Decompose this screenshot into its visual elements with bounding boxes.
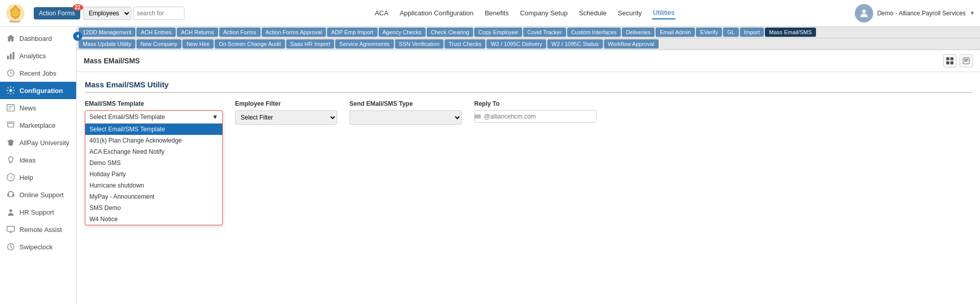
send-type-select[interactable] [349,110,462,125]
search-type-select[interactable]: Employees [83,7,131,20]
document-view-button[interactable] [960,54,973,67]
util-btn-new-hire[interactable]: New Hire [182,39,214,49]
send-type-label: Send EMail/SMS Type [349,100,462,107]
action-forms-button[interactable]: Action Forms 22 [34,7,80,19]
sidebar: Dashboard Analytics Recent Jobs Configur… [0,27,77,304]
util-btn-adp-emp-import[interactable]: ADP Emp Import [327,28,377,37]
util-btn-12dd[interactable]: 12DD Management [79,28,135,37]
util-btn-action-forms-approval[interactable]: Action Forms Approval [262,28,326,37]
sidebar-label-analytics: Analytics [19,52,46,60]
util-btn-w2-delivery[interactable]: W2 / 1095C Delivery [486,39,546,49]
util-btn-custom-interfaces[interactable]: Custom Interfaces [567,28,621,37]
sidebar-collapse-button[interactable] [73,32,82,41]
avatar-icon [858,8,870,19]
template-selected-text: Select Email/SMS Template [89,113,165,121]
util-btn-workflow-approval[interactable]: Workflow Approval [604,39,659,49]
chart-icon [6,51,15,60]
template-option-4[interactable]: Holiday Party [85,169,222,180]
template-selected-option[interactable]: Select Email/SMS Template ▼ [85,111,222,124]
sidebar-item-analytics[interactable]: Analytics [0,47,76,64]
svg-point-18 [9,209,12,212]
nav-app-config[interactable]: Application Configuration [399,7,475,19]
sidebar-item-dashboard[interactable]: Dashboard [0,30,76,47]
template-option-6[interactable]: MyPay - Announcement [85,191,222,202]
util-btn-w2-status[interactable]: W2 / 1095C Status [547,39,602,49]
util-btn-new-company[interactable]: New Company [136,39,181,49]
util-btn-check-clearing[interactable]: Check Clearing [427,28,473,37]
template-wrapper: Select Email/SMS Template ▼ Select Email… [85,110,223,225]
sidebar-item-online-support[interactable]: Online Support [0,186,76,203]
util-btn-saas-hr-import[interactable]: Saas HR Import [286,39,334,49]
sidebar-item-configuration[interactable]: Configuration [0,82,76,99]
document-icon [963,57,970,64]
nav-utilities[interactable]: Utilities [652,7,675,19]
util-btn-agency-checks[interactable]: Agency Checks [379,28,426,37]
util-btn-email-admin[interactable]: Email Admin [656,28,695,37]
sidebar-item-hr-support[interactable]: HR Support [0,203,76,221]
sidebar-item-news[interactable]: News [0,99,76,116]
util-btn-deliveries[interactable]: Deliveries [622,28,655,37]
nav-schedule[interactable]: Schedule [578,7,608,19]
headset-icon [6,190,15,199]
template-option-5[interactable]: Hurricane shutdown [85,180,222,191]
person-icon [6,207,15,217]
util-btn-ach-returns[interactable]: ACH Returns [177,28,218,37]
template-option-0[interactable]: Select Email/SMS Template [85,124,222,135]
alliance-logo: Alliance [5,3,26,24]
util-btn-gl[interactable]: GL [723,28,739,37]
util-btn-covid-tracker[interactable]: Covid Tracker [523,28,566,37]
search-input[interactable] [133,7,184,20]
nav-aca[interactable]: ACA [374,7,389,19]
svg-rect-23 [946,61,949,64]
section-title: Mass Email/SMS Utility [85,80,972,93]
util-btn-copy-employee[interactable]: Copy Employee [474,28,522,37]
template-option-7[interactable]: SMS Demo [85,202,222,214]
lightbulb-icon [6,155,15,165]
grid-view-button[interactable] [943,54,956,67]
user-dropdown-arrow[interactable]: ▼ [970,10,975,16]
template-option-3[interactable]: Demo SMS [85,157,222,169]
sidebar-item-recent-jobs[interactable]: Recent Jobs [0,64,76,82]
util-btn-mass-update[interactable]: Mass Update Utility [79,39,135,49]
template-option-1[interactable]: 401(k) Plan Change Acknowledge [85,135,222,146]
svg-rect-6 [7,56,9,59]
template-list: Select Email/SMS Template 401(k) Plan Ch… [85,124,222,225]
reply-to-input[interactable] [481,111,596,122]
template-option-2[interactable]: ACA Exchange Need Notify [85,146,222,157]
nav-benefits[interactable]: Benefits [484,7,510,19]
grid-icon [946,57,953,64]
nav-company-setup[interactable]: Company Setup [519,7,569,19]
sidebar-item-help[interactable]: ? Help [0,169,76,186]
sidebar-label-marketplace: Marketplace [19,122,56,129]
gear-icon [6,86,15,95]
util-btn-everify[interactable]: EVerify [696,28,722,37]
util-btn-on-screen-audit[interactable]: On Screen Change Audit [215,39,285,49]
svg-text:?: ? [10,175,12,180]
sidebar-item-marketplace[interactable]: Marketplace [0,116,76,134]
template-option-8[interactable]: W4 Notice [85,214,222,225]
home-icon [6,34,15,43]
sidebar-item-swipeclock[interactable]: Swipeclock [0,238,76,255]
util-btn-action-forms[interactable]: Action Forms [219,28,261,37]
nav-security[interactable]: Security [617,7,643,19]
sidebar-label-hr-support: HR Support [19,208,54,216]
employee-filter-select[interactable]: Select Filter [235,110,337,125]
top-bar: Alliance Action Forms 22 Employees ACA A… [0,0,980,27]
sidebar-item-remote-assist[interactable]: Remote Assist [0,221,76,238]
action-forms-badge: 22 [73,4,83,11]
util-btn-trust-checks[interactable]: Trust Checks [445,39,485,49]
svg-point-4 [862,9,866,13]
util-btn-ach-entries[interactable]: ACH Entries [136,28,176,37]
send-type-group: Send EMail/SMS Type [349,100,462,125]
svg-rect-25 [963,58,969,64]
mortarboard-icon [6,138,15,147]
util-btn-ssn-verification[interactable]: SSN Verification [395,39,444,49]
clock-icon [6,68,15,78]
svg-rect-21 [946,57,949,60]
util-btn-import[interactable]: Import [740,28,764,37]
util-btn-service-agreements[interactable]: Service Agreements [335,39,393,49]
util-btn-mass-email-sms[interactable]: Mass Email/SMS [765,28,816,37]
sidebar-item-ideas[interactable]: Ideas [0,151,76,169]
template-select-box: Select Email/SMS Template ▼ Select Email… [85,110,223,225]
sidebar-item-allpay-university[interactable]: AllPay University [0,134,76,151]
